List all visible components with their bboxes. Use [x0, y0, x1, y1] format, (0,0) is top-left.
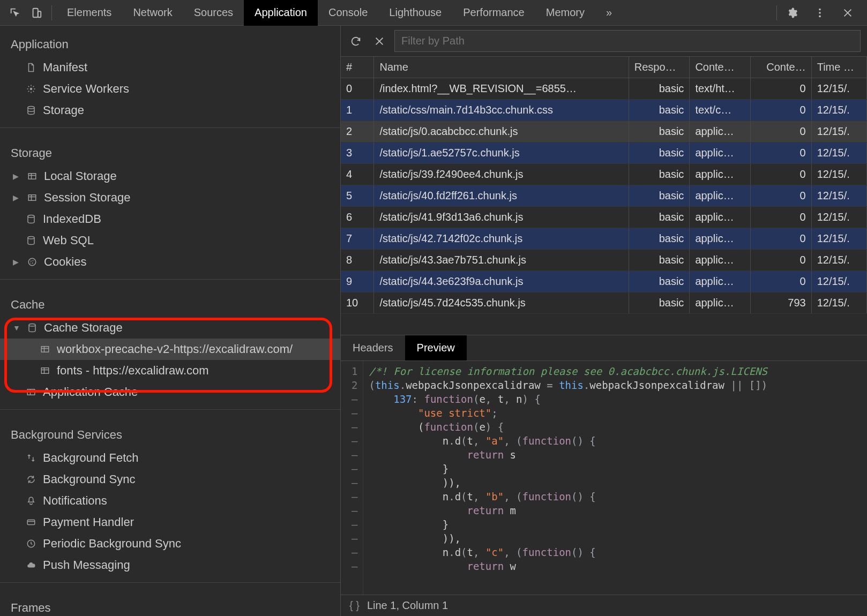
topbar-divider-right — [776, 5, 777, 20]
table-cell: text/c… — [690, 100, 751, 121]
col-index[interactable]: # — [341, 57, 374, 78]
tab-lighthouse[interactable]: Lighthouse — [378, 0, 452, 26]
kebab-menu-icon[interactable] — [809, 0, 831, 26]
code-preview[interactable]: 1 2 – – – – – – – – – – – – – /*! For li… — [341, 361, 867, 595]
table-cell: /static/js/43.3ae7b751.chunk.js — [374, 250, 629, 271]
sidebar-item-cache-child-workbox[interactable]: workbox-precache-v2-https://excalidraw.c… — [0, 339, 340, 360]
gear-icon[interactable] — [781, 0, 803, 26]
sidebar-item-storage[interactable]: Storage — [0, 100, 340, 121]
sidebar-item-label: Background Fetch — [43, 451, 139, 465]
table-cell: 0 — [751, 121, 812, 142]
filter-input[interactable] — [394, 30, 861, 52]
table-cell: applic… — [690, 292, 751, 314]
sidebar-item-cookies[interactable]: ▶ Cookies — [0, 251, 340, 273]
sidebar-item-label: IndexedDB — [43, 212, 101, 226]
tab-memory[interactable]: Memory — [535, 0, 595, 26]
sidebar-item-label: fonts - https://excalidraw.com — [57, 364, 209, 378]
sidebar-item-manifest[interactable]: Manifest — [0, 57, 340, 78]
table-row[interactable]: 9/static/js/44.3e623f9a.chunk.jsbasicapp… — [341, 271, 867, 292]
svg-point-4 — [819, 15, 821, 17]
sidebar-item-local-storage[interactable]: ▶ Local Storage — [0, 166, 340, 187]
sidebar-item-indexeddb[interactable]: IndexedDB — [0, 208, 340, 230]
table-cell: basic — [629, 292, 690, 314]
tab-network[interactable]: Network — [122, 0, 183, 26]
tab-console[interactable]: Console — [318, 0, 378, 26]
table-cell: basic — [629, 271, 690, 292]
section-title-background-services: Background Services — [0, 416, 340, 447]
table-cell: 12/15/. — [811, 164, 866, 185]
gear-icon — [25, 82, 38, 95]
topbar-divider — [51, 5, 52, 20]
tab-performance[interactable]: Performance — [452, 0, 535, 26]
table-cell: /static/css/main.7d14b3cc.chunk.css — [374, 100, 629, 121]
sidebar-item-payment-handler[interactable]: Payment Handler — [0, 512, 340, 533]
inspect-icon[interactable] — [4, 0, 26, 26]
sidebar-item-background-fetch[interactable]: Background Fetch — [0, 447, 340, 469]
sidebar-item-cache-storage[interactable]: ▼ Cache Storage — [0, 317, 340, 339]
table-icon — [39, 364, 51, 377]
delete-icon[interactable] — [371, 33, 388, 50]
table-cell: basic — [629, 100, 690, 121]
cache-table-wrap[interactable]: # Name Respo… Conte… Conte… Time … 0/ind… — [341, 57, 867, 335]
svg-rect-20 — [27, 520, 35, 525]
sidebar-item-push-messaging[interactable]: Push Messaging — [0, 554, 340, 576]
table-cell: 0 — [751, 100, 812, 121]
right-pane: # Name Respo… Conte… Conte… Time … 0/ind… — [341, 26, 867, 616]
sidebar-item-background-sync[interactable]: Background Sync — [0, 469, 340, 490]
sidebar-item-label: Application Cache — [43, 385, 138, 399]
table-cell: 4 — [341, 164, 374, 185]
sidebar-item-web-sql[interactable]: Web SQL — [0, 230, 340, 251]
brace-icon[interactable]: { } — [349, 599, 360, 612]
col-time-cached[interactable]: Time … — [811, 57, 866, 78]
table-row[interactable]: 2/static/js/0.acabcbcc.chunk.jsbasicappl… — [341, 121, 867, 142]
table-row[interactable]: 10/static/js/45.7d24c535.chunk.jsbasicap… — [341, 292, 867, 314]
table-cell: /static/js/44.3e623f9a.chunk.js — [374, 271, 629, 292]
sidebar-item-cache-child-fonts[interactable]: fonts - https://excalidraw.com — [0, 360, 340, 381]
table-row[interactable]: 3/static/js/1.ae52757c.chunk.jsbasicappl… — [341, 142, 867, 164]
sidebar-item-notifications[interactable]: Notifications — [0, 490, 340, 512]
table-cell: 0 — [751, 271, 812, 292]
tab-elements[interactable]: Elements — [56, 0, 122, 26]
table-row[interactable]: 4/static/js/39.f2490ee4.chunk.jsbasicapp… — [341, 164, 867, 185]
tab-application[interactable]: Application — [244, 0, 318, 26]
tab-sources[interactable]: Sources — [183, 0, 244, 26]
table-icon — [26, 170, 39, 183]
sidebar-item-periodic-background-sync[interactable]: Periodic Background Sync — [0, 533, 340, 554]
application-sidebar: Application Manifest Service Workers Sto… — [0, 26, 341, 616]
table-row[interactable]: 5/static/js/40.fd2ff261.chunk.jsbasicapp… — [341, 185, 867, 207]
table-row[interactable]: 6/static/js/41.9f3d13a6.chunk.jsbasicapp… — [341, 207, 867, 228]
col-content-length[interactable]: Conte… — [751, 57, 812, 78]
svg-point-5 — [30, 88, 33, 91]
table-cell: 3 — [341, 142, 374, 164]
col-content-type[interactable]: Conte… — [690, 57, 751, 78]
tab-more[interactable]: » — [595, 0, 623, 26]
table-cell: applic… — [690, 271, 751, 292]
table-header-row[interactable]: # Name Respo… Conte… Conte… Time … — [341, 57, 867, 78]
sidebar-item-application-cache[interactable]: Application Cache — [0, 381, 340, 403]
table-cell: applic… — [690, 164, 751, 185]
sync-icon — [25, 473, 38, 486]
table-row[interactable]: 0/index.html?__WB_REVISION__=6855…basict… — [341, 78, 867, 100]
table-cell: basic — [629, 228, 690, 250]
table-icon — [26, 191, 39, 204]
sidebar-item-label: Local Storage — [44, 169, 117, 183]
table-cell: applic… — [690, 142, 751, 164]
table-cell: 793 — [751, 292, 812, 314]
device-toolbar-icon[interactable] — [26, 0, 47, 26]
col-name[interactable]: Name — [374, 57, 629, 78]
table-row[interactable]: 7/static/js/42.7142f02c.chunk.jsbasicapp… — [341, 228, 867, 250]
close-icon[interactable] — [837, 0, 858, 26]
table-row[interactable]: 8/static/js/43.3ae7b751.chunk.jsbasicapp… — [341, 250, 867, 271]
col-response-type[interactable]: Respo… — [629, 57, 690, 78]
tab-headers[interactable]: Headers — [341, 335, 405, 360]
refresh-icon[interactable] — [347, 33, 364, 50]
tab-preview[interactable]: Preview — [405, 335, 467, 360]
table-cell: 12/15/. — [811, 271, 866, 292]
table-row[interactable]: 1/static/css/main.7d14b3cc.chunk.cssbasi… — [341, 100, 867, 121]
sidebar-item-session-storage[interactable]: ▶ Session Storage — [0, 187, 340, 208]
svg-rect-18 — [41, 368, 49, 374]
svg-rect-19 — [27, 389, 35, 395]
sidebar-item-service-workers[interactable]: Service Workers — [0, 78, 340, 100]
clock-icon — [25, 537, 38, 550]
table-cell: 12/15/. — [811, 142, 866, 164]
